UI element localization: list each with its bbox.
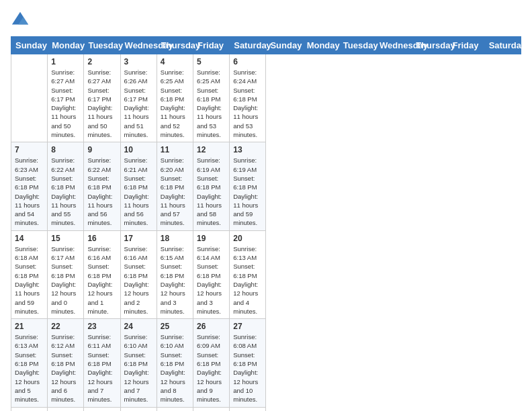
day-info: Sunrise: 6:20 AMSunset: 6:18 PMDaylight:… [161, 156, 189, 227]
calendar-cell: 30Sunrise: 6:06 AMSunset: 6:19 PMDayligh… [84, 407, 120, 411]
day-number: 17 [124, 234, 153, 243]
day-info: Sunrise: 6:10 AMSunset: 6:18 PMDaylight:… [161, 332, 189, 404]
calendar-week-row: 1Sunrise: 6:27 AMSunset: 6:17 PMDaylight… [11, 54, 521, 142]
calendar-cell: 5Sunrise: 6:25 AMSunset: 6:18 PMDaylight… [193, 54, 230, 142]
day-info: Sunrise: 6:13 AMSunset: 6:18 PMDaylight:… [15, 332, 44, 404]
calendar-cell: 6Sunrise: 6:24 AMSunset: 6:18 PMDaylight… [230, 54, 266, 142]
day-info: Sunrise: 6:27 AMSunset: 6:17 PMDaylight:… [87, 68, 116, 139]
day-number: 7 [15, 145, 44, 154]
calendar-cell: 16Sunrise: 6:16 AMSunset: 6:18 PMDayligh… [84, 230, 120, 318]
day-number: 18 [161, 234, 189, 243]
weekday-header-sunday: Sunday [266, 37, 302, 54]
day-number: 2 [87, 57, 116, 66]
day-info: Sunrise: 6:11 AMSunset: 6:18 PMDaylight:… [87, 332, 116, 404]
day-info: Sunrise: 6:27 AMSunset: 6:17 PMDaylight:… [51, 68, 80, 139]
day-number: 24 [124, 322, 153, 331]
calendar-cell [120, 407, 157, 411]
day-number: 5 [197, 57, 226, 66]
day-info: Sunrise: 6:09 AMSunset: 6:18 PMDaylight:… [197, 332, 226, 404]
day-number: 6 [233, 57, 262, 66]
weekday-header-saturday: Saturday [484, 37, 521, 54]
calendar-cell: 17Sunrise: 6:16 AMSunset: 6:18 PMDayligh… [120, 230, 157, 318]
day-number: 22 [51, 322, 80, 331]
day-number: 27 [233, 322, 262, 331]
day-number: 9 [87, 145, 116, 154]
calendar-table: SundayMondayTuesdayWednesdayThursdayFrid… [11, 36, 521, 411]
day-number: 19 [197, 234, 226, 243]
calendar-cell: 23Sunrise: 6:11 AMSunset: 6:18 PMDayligh… [84, 319, 120, 407]
header-monday: Monday [48, 37, 84, 54]
calendar-cell: 12Sunrise: 6:19 AMSunset: 6:18 PMDayligh… [193, 142, 230, 230]
calendar-cell: 24Sunrise: 6:10 AMSunset: 6:18 PMDayligh… [120, 319, 157, 407]
day-info: Sunrise: 6:19 AMSunset: 6:18 PMDaylight:… [197, 156, 226, 227]
day-number: 16 [87, 234, 116, 243]
day-number: 11 [161, 145, 189, 154]
calendar-cell: 20Sunrise: 6:13 AMSunset: 6:18 PMDayligh… [230, 230, 266, 318]
day-info: Sunrise: 6:24 AMSunset: 6:18 PMDaylight:… [233, 68, 262, 139]
day-number: 3 [124, 57, 153, 66]
calendar-cell: 3Sunrise: 6:26 AMSunset: 6:17 PMDaylight… [120, 54, 157, 142]
weekday-header-wednesday: Wednesday [375, 37, 412, 54]
day-number: 8 [51, 145, 80, 154]
day-info: Sunrise: 6:17 AMSunset: 6:18 PMDaylight:… [51, 244, 80, 316]
calendar-cell: 2Sunrise: 6:27 AMSunset: 6:17 PMDaylight… [84, 54, 120, 142]
calendar-cell [11, 54, 48, 142]
calendar-cell: 28Sunrise: 6:07 AMSunset: 6:19 PMDayligh… [11, 407, 48, 411]
day-info: Sunrise: 6:26 AMSunset: 6:17 PMDaylight:… [124, 68, 153, 139]
calendar-cell: 10Sunrise: 6:21 AMSunset: 6:18 PMDayligh… [120, 142, 157, 230]
calendar-header-row: SundayMondayTuesdayWednesdayThursdayFrid… [11, 37, 521, 54]
calendar-cell: 21Sunrise: 6:13 AMSunset: 6:18 PMDayligh… [11, 319, 48, 407]
day-info: Sunrise: 6:10 AMSunset: 6:18 PMDaylight:… [124, 332, 153, 404]
page-header [11, 11, 521, 30]
day-info: Sunrise: 6:15 AMSunset: 6:18 PMDaylight:… [161, 244, 189, 316]
calendar-cell [230, 407, 266, 411]
day-number: 12 [197, 145, 226, 154]
day-info: Sunrise: 6:16 AMSunset: 6:18 PMDaylight:… [87, 244, 116, 316]
day-info: Sunrise: 6:21 AMSunset: 6:18 PMDaylight:… [124, 156, 153, 227]
calendar-cell [193, 407, 230, 411]
calendar-week-row: 14Sunrise: 6:18 AMSunset: 6:18 PMDayligh… [11, 230, 521, 318]
day-number: 14 [15, 234, 44, 243]
weekday-header-thursday: Thursday [412, 37, 448, 54]
calendar-cell: 18Sunrise: 6:15 AMSunset: 6:18 PMDayligh… [157, 230, 193, 318]
calendar-cell: 27Sunrise: 6:08 AMSunset: 6:18 PMDayligh… [230, 319, 266, 407]
weekday-header-friday: Friday [448, 37, 484, 54]
calendar-cell: 9Sunrise: 6:22 AMSunset: 6:18 PMDaylight… [84, 142, 120, 230]
weekday-header-tuesday: Tuesday [339, 37, 375, 54]
logo [11, 11, 32, 30]
day-number: 15 [51, 234, 80, 243]
calendar-cell: 8Sunrise: 6:22 AMSunset: 6:18 PMDaylight… [48, 142, 84, 230]
day-number: 20 [233, 234, 262, 243]
day-number: 23 [87, 322, 116, 331]
day-info: Sunrise: 6:25 AMSunset: 6:18 PMDaylight:… [197, 68, 226, 139]
calendar-cell: 4Sunrise: 6:25 AMSunset: 6:18 PMDaylight… [157, 54, 193, 142]
day-info: Sunrise: 6:22 AMSunset: 6:18 PMDaylight:… [87, 156, 116, 227]
header-tuesday: Tuesday [84, 37, 120, 54]
header-thursday: Thursday [157, 37, 193, 54]
day-number: 13 [233, 145, 262, 154]
day-info: Sunrise: 6:16 AMSunset: 6:18 PMDaylight:… [124, 244, 153, 316]
day-info: Sunrise: 6:18 AMSunset: 6:18 PMDaylight:… [15, 244, 44, 316]
day-info: Sunrise: 6:08 AMSunset: 6:18 PMDaylight:… [233, 332, 262, 404]
day-info: Sunrise: 6:23 AMSunset: 6:18 PMDaylight:… [15, 156, 44, 227]
calendar-cell: 1Sunrise: 6:27 AMSunset: 6:17 PMDaylight… [48, 54, 84, 142]
calendar-cell: 22Sunrise: 6:12 AMSunset: 6:18 PMDayligh… [48, 319, 84, 407]
day-number: 26 [197, 322, 226, 331]
day-info: Sunrise: 6:22 AMSunset: 6:18 PMDaylight:… [51, 156, 80, 227]
calendar-cell: 15Sunrise: 6:17 AMSunset: 6:18 PMDayligh… [48, 230, 84, 318]
header-friday: Friday [193, 37, 230, 54]
day-number: 25 [161, 322, 189, 331]
day-info: Sunrise: 6:14 AMSunset: 6:18 PMDaylight:… [197, 244, 226, 316]
calendar-cell: 13Sunrise: 6:19 AMSunset: 6:18 PMDayligh… [230, 142, 266, 230]
calendar-cell [157, 407, 193, 411]
day-number: 1 [51, 57, 80, 66]
calendar-cell: 26Sunrise: 6:09 AMSunset: 6:18 PMDayligh… [193, 319, 230, 407]
logo-icon [11, 11, 30, 30]
day-info: Sunrise: 6:12 AMSunset: 6:18 PMDaylight:… [51, 332, 80, 404]
calendar-week-row: 7Sunrise: 6:23 AMSunset: 6:18 PMDaylight… [11, 142, 521, 230]
day-number: 4 [161, 57, 189, 66]
day-info: Sunrise: 6:13 AMSunset: 6:18 PMDaylight:… [233, 244, 262, 316]
calendar-cell: 7Sunrise: 6:23 AMSunset: 6:18 PMDaylight… [11, 142, 48, 230]
weekday-header-monday: Monday [302, 37, 339, 54]
calendar-cell: 29Sunrise: 6:07 AMSunset: 6:19 PMDayligh… [48, 407, 84, 411]
